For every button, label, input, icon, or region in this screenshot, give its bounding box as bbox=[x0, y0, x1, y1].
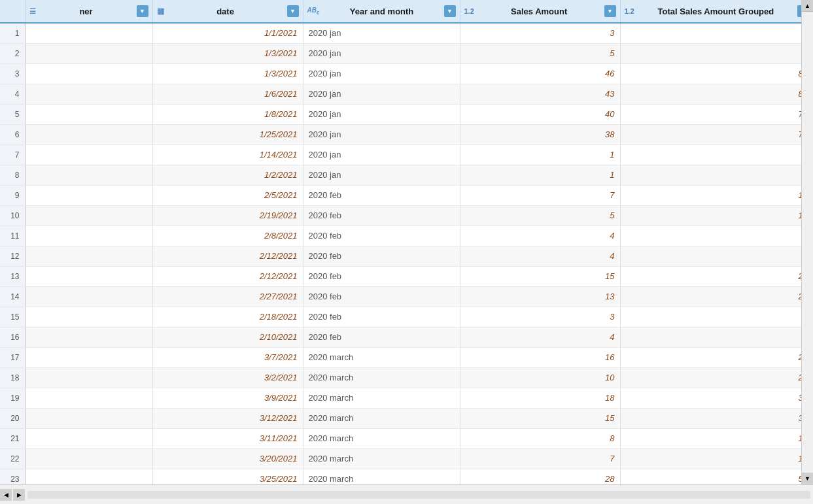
vertical-scrollbar[interactable]: ▲ ▼ bbox=[801, 0, 813, 484]
cell-customer bbox=[25, 104, 152, 124]
cell-date: 2/8/2021 bbox=[152, 226, 303, 246]
cell-sales: 8 bbox=[460, 428, 620, 448]
cell-yearmonth: 2020 feb bbox=[303, 327, 460, 347]
cell-customer bbox=[25, 144, 152, 165]
horizontal-scrollbar-track[interactable] bbox=[27, 491, 810, 499]
table-row: 142/27/20212020 feb1328 bbox=[0, 286, 813, 307]
cell-sales: 4 bbox=[460, 246, 620, 266]
cell-sales: 38 bbox=[460, 124, 620, 144]
abc-icon: ABc bbox=[307, 7, 320, 16]
cell-sales: 18 bbox=[460, 388, 620, 408]
cell-total: 78 bbox=[620, 104, 813, 124]
col-sales-dropdown[interactable]: ▼ bbox=[604, 5, 616, 17]
cell-date: 1/8/2021 bbox=[152, 104, 303, 124]
cell-sales: 1 bbox=[460, 165, 620, 185]
table-icon: ☰ bbox=[29, 7, 36, 16]
cell-yearmonth: 2020 feb bbox=[303, 266, 460, 286]
cell-row-num: 16 bbox=[0, 327, 25, 347]
cell-sales: 4 bbox=[460, 327, 620, 347]
cell-sales: 5 bbox=[460, 43, 620, 63]
cell-sales: 3 bbox=[460, 307, 620, 327]
cell-sales: 5 bbox=[460, 205, 620, 226]
cell-date: 1/1/2021 bbox=[152, 23, 303, 43]
cell-total: 12 bbox=[620, 205, 813, 226]
scroll-up-button[interactable]: ▲ bbox=[802, 0, 814, 12]
table-row: 213/11/20212020 march815 bbox=[0, 428, 813, 448]
table-row: 71/14/20212020 jan12 bbox=[0, 144, 813, 165]
table-row: 193/9/20212020 march1833 bbox=[0, 388, 813, 408]
cell-yearmonth: 2020 jan bbox=[303, 144, 460, 165]
cell-row-num: 6 bbox=[0, 124, 25, 144]
table-row: 183/2/20212020 march1026 bbox=[0, 367, 813, 388]
col-header-date: ▦ date ▼ bbox=[152, 0, 303, 23]
cell-customer bbox=[25, 347, 152, 367]
cell-customer bbox=[25, 448, 152, 469]
cell-row-num: 1 bbox=[0, 23, 25, 43]
cell-date: 3/11/2021 bbox=[152, 428, 303, 448]
cell-row-num: 22 bbox=[0, 448, 25, 469]
table-row: 173/7/20212020 march1626 bbox=[0, 347, 813, 367]
table-container: ☰ ner ▼ ▦ date ▼ ABc Year and month bbox=[0, 0, 813, 504]
cell-yearmonth: 2020 jan bbox=[303, 63, 460, 84]
cell-yearmonth: 2020 march bbox=[303, 388, 460, 408]
cell-customer bbox=[25, 307, 152, 327]
cell-total: 33 bbox=[620, 408, 813, 428]
col-customer-dropdown[interactable]: ▼ bbox=[137, 5, 148, 17]
cell-customer bbox=[25, 408, 152, 428]
table-row: 152/18/20212020 feb37 bbox=[0, 307, 813, 327]
cell-date: 3/9/2021 bbox=[152, 388, 303, 408]
cell-sales: 3 bbox=[460, 23, 620, 43]
table-row: 31/3/20212020 jan4689 bbox=[0, 63, 813, 84]
cell-sales: 15 bbox=[460, 266, 620, 286]
col-header-customer: ☰ ner ▼ bbox=[25, 0, 152, 23]
cell-row-num: 12 bbox=[0, 246, 25, 266]
cell-date: 3/2/2021 bbox=[152, 367, 303, 388]
cell-yearmonth: 2020 feb bbox=[303, 307, 460, 327]
table-row: 21/3/20212020 jan58 bbox=[0, 43, 813, 63]
cell-date: 2/12/2021 bbox=[152, 266, 303, 286]
cell-total: 2 bbox=[620, 144, 813, 165]
cell-row-num: 20 bbox=[0, 408, 25, 428]
table-row: 122/12/20212020 feb48 bbox=[0, 246, 813, 266]
cell-yearmonth: 2020 jan bbox=[303, 165, 460, 185]
cell-customer bbox=[25, 124, 152, 144]
cell-row-num: 21 bbox=[0, 428, 25, 448]
table-row: 162/10/20212020 feb47 bbox=[0, 327, 813, 347]
scroll-left-button[interactable]: ◀ bbox=[0, 489, 12, 501]
cell-customer bbox=[25, 63, 152, 84]
table-row: 51/8/20212020 jan4078 bbox=[0, 104, 813, 124]
col-date-label: date bbox=[167, 7, 285, 16]
calendar-icon: ▦ bbox=[157, 7, 164, 16]
cell-date: 2/19/2021 bbox=[152, 205, 303, 226]
cell-date: 2/10/2021 bbox=[152, 327, 303, 347]
table-row: 223/20/20212020 march715 bbox=[0, 448, 813, 469]
scroll-right-button[interactable]: ▶ bbox=[13, 489, 25, 501]
sales-icon: 1.2 bbox=[464, 7, 474, 15]
cell-row-num: 18 bbox=[0, 367, 25, 388]
cell-yearmonth: 2020 feb bbox=[303, 205, 460, 226]
cell-total: 7 bbox=[620, 307, 813, 327]
cell-yearmonth: 2020 feb bbox=[303, 286, 460, 307]
cell-yearmonth: 2020 march bbox=[303, 367, 460, 388]
header-row: ☰ ner ▼ ▦ date ▼ ABc Year and month bbox=[0, 0, 813, 23]
cell-customer bbox=[25, 388, 152, 408]
col-yearmonth-dropdown[interactable]: ▼ bbox=[444, 5, 456, 17]
cell-sales: 40 bbox=[460, 104, 620, 124]
cell-customer bbox=[25, 367, 152, 388]
cell-customer bbox=[25, 226, 152, 246]
cell-yearmonth: 2020 march bbox=[303, 347, 460, 367]
cell-date: 2/5/2021 bbox=[152, 185, 303, 205]
scroll-down-button[interactable]: ▼ bbox=[802, 473, 814, 484]
cell-customer bbox=[25, 246, 152, 266]
table-row: 132/12/20212020 feb1528 bbox=[0, 266, 813, 286]
col-date-dropdown[interactable]: ▼ bbox=[287, 5, 299, 17]
cell-row-num: 13 bbox=[0, 266, 25, 286]
col-total-label: Total Sales Amount Grouped bbox=[637, 7, 795, 16]
cell-row-num: 2 bbox=[0, 43, 25, 63]
cell-date: 2/18/2021 bbox=[152, 307, 303, 327]
cell-date: 2/27/2021 bbox=[152, 286, 303, 307]
cell-total: 8 bbox=[620, 246, 813, 266]
cell-total: 26 bbox=[620, 367, 813, 388]
cell-total: 12 bbox=[620, 185, 813, 205]
col-yearmonth-label: Year and month bbox=[322, 7, 441, 16]
